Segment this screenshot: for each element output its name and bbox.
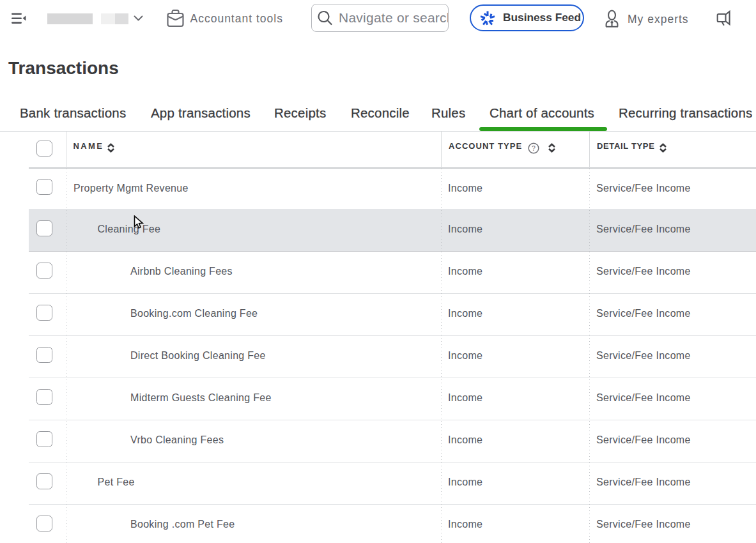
svg-text:?: ? (532, 144, 536, 152)
